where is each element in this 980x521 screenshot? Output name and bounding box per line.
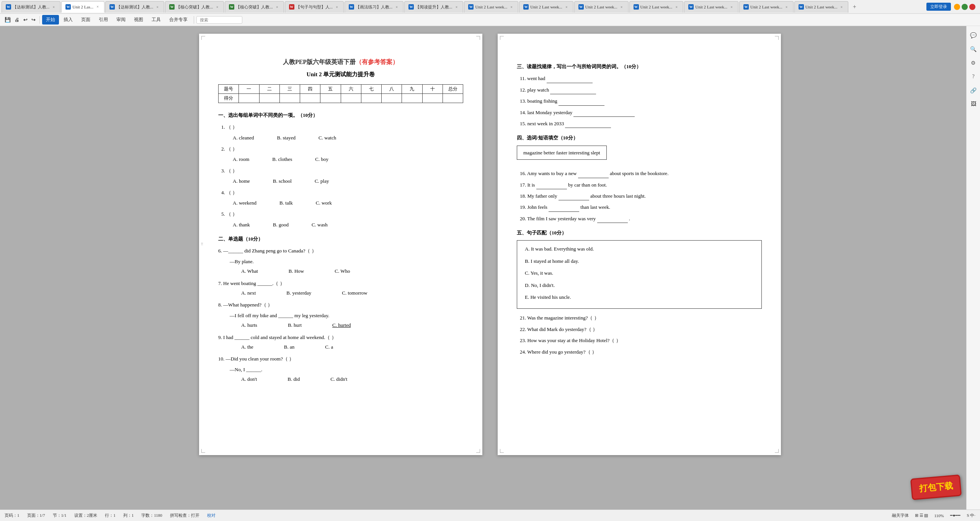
tab-close-3[interactable]: × — [155, 4, 160, 10]
tab-9[interactable]: W Unit 2 Last week... × — [464, 1, 518, 13]
q23-text: 23. How was your stay at the Holiday Hot… — [520, 338, 621, 343]
download-badge[interactable]: 打包下载 — [910, 474, 962, 500]
menu-ref[interactable]: 引用 — [95, 15, 112, 25]
menu-start[interactable]: 开始 — [42, 15, 59, 25]
zoom-slider[interactable]: ━●━━ — [950, 513, 961, 518]
status-font: 融关字体 — [892, 513, 909, 518]
menu-tools[interactable]: 工具 — [148, 15, 165, 25]
tab-close-15[interactable]: × — [839, 4, 844, 10]
tab-8[interactable]: W 【阅读提升】人教... × — [404, 1, 463, 13]
tab-12[interactable]: W Unit 2 Last week... × — [629, 1, 684, 13]
tab-close-1[interactable]: × — [51, 4, 56, 10]
toolbar-print-icon[interactable]: 🖨 — [13, 16, 21, 24]
match-opt-c: C. Yes, it was. — [525, 269, 754, 277]
tab-close-12[interactable]: × — [674, 4, 679, 10]
tab-1[interactable]: W 【达标测试】人教... × — [2, 1, 60, 13]
toolbar-undo-icon[interactable]: ↩ — [22, 16, 29, 24]
tab-close-6[interactable]: × — [334, 4, 340, 10]
q10-b: B. did — [287, 375, 300, 383]
q16-blank — [578, 178, 609, 178]
menu-merge[interactable]: 合并专享 — [165, 15, 191, 25]
menu-insert[interactable]: 插入 — [60, 15, 77, 25]
q4-num: 4. （ ） — [221, 190, 237, 195]
menu-page[interactable]: 页面 — [77, 15, 94, 25]
tab-icon-4: W — [169, 4, 175, 10]
corner-tl-p2 — [500, 36, 504, 40]
tab-15[interactable]: W Unit 2 Last week... × — [794, 1, 849, 13]
tab-11[interactable]: W Unit 2 Last week... × — [574, 1, 629, 13]
q8-c: C. hurted — [332, 321, 351, 329]
q15-text: 15. next week in 2033 — [520, 121, 564, 126]
q17-blank — [536, 189, 567, 189]
tab-13[interactable]: W Unit 2 Last week... × — [684, 1, 738, 13]
tab-close-4[interactable]: × — [214, 4, 220, 10]
tab-6[interactable]: W 【句子与句型】人... × — [285, 1, 344, 13]
page-title-cn: 人教PEP版六年级英语下册（有参考答案） — [218, 57, 463, 68]
tab-close-9[interactable]: × — [509, 4, 514, 10]
q8-sub: —I fell off my bike and ______ my leg ye… — [218, 311, 463, 320]
tab-close-11[interactable]: × — [619, 4, 624, 10]
tab-3[interactable]: W 【达标测试】人教... × — [105, 1, 164, 13]
sidebar-image-icon[interactable]: 🖼 — [968, 99, 979, 110]
tab-7[interactable]: W 【画法练习】人教... × — [345, 1, 403, 13]
tab-label-1: 【达标测试】人教... — [13, 4, 49, 10]
status-col: 列：1 — [123, 513, 134, 518]
tab-close-14[interactable]: × — [784, 4, 789, 10]
tab-close-7[interactable]: × — [394, 4, 399, 10]
tab-close-13[interactable]: × — [729, 4, 734, 10]
q7-c: C. tomorrow — [342, 288, 367, 297]
q5-c: C. wash — [312, 220, 328, 229]
sidebar-link-icon[interactable]: 🔗 — [968, 85, 979, 96]
minimize-button[interactable] — [954, 4, 960, 10]
q1-num: 1. （ ） — [221, 124, 237, 130]
sidebar-comment-icon[interactable]: 💬 — [968, 30, 979, 41]
q8-text: 8. —What happened?（ ） — [218, 300, 463, 309]
word-bank-container: magazine better faster interesting slept — [517, 146, 762, 164]
menu-review[interactable]: 审阅 — [113, 15, 129, 25]
status-section: 节：1/1 — [53, 513, 67, 518]
q5-b: B. good — [273, 220, 289, 229]
toolbar-redo-icon[interactable]: ↪ — [30, 16, 37, 24]
tab-10[interactable]: W Unit 2 Last week... × — [519, 1, 573, 13]
q2-options: A. room B. clothes C. boy — [221, 155, 463, 164]
menu-view[interactable]: 视图 — [130, 15, 147, 25]
q15-blank — [565, 128, 611, 128]
corner-bl — [201, 449, 205, 453]
tab-2[interactable]: W Unit 2 Las... × — [61, 1, 105, 13]
status-proofread[interactable]: 校对 — [207, 513, 216, 518]
q6-text: 6. —______ did Zhang peng go to Canada?（… — [218, 246, 463, 255]
sidebar-search-icon[interactable]: 🔍 — [968, 44, 979, 54]
sidebar-settings-icon[interactable]: ⚙ — [968, 57, 979, 68]
tab-4[interactable]: W 【核心突破】人教... × — [165, 1, 224, 13]
question-17: 17. It is by car than on foot. — [517, 180, 762, 189]
q20-period: . — [629, 216, 630, 221]
drag-handle[interactable]: ⠿ — [201, 241, 203, 248]
corner-br-p2 — [775, 449, 779, 453]
q11-blank — [547, 83, 593, 83]
login-button[interactable]: 立即登录 — [926, 3, 951, 11]
tab-label-14: Unit 2 Last week... — [750, 5, 782, 9]
maximize-button[interactable] — [962, 4, 968, 10]
score-val-5 — [320, 93, 341, 103]
tab-close-8[interactable]: × — [454, 4, 459, 10]
tab-close-10[interactable]: × — [564, 4, 569, 10]
tab-14[interactable]: W Unit 2 Last week... × — [739, 1, 794, 13]
question-20: 20. The film I saw yesterday was very . — [517, 214, 762, 223]
close-button[interactable] — [969, 4, 975, 10]
tab-label-11: Unit 2 Last week... — [585, 5, 617, 9]
tab-5[interactable]: W 【核心突破】人教... × — [225, 1, 284, 13]
section3-header: 三、读题找规律，写出一个与所给词同类的词。（10分） — [517, 62, 762, 71]
q10-text: 10. —Did you clean your room?（ ） — [218, 354, 463, 363]
corner-tl — [201, 36, 205, 40]
search-input[interactable] — [196, 16, 242, 24]
sidebar-help-icon[interactable]: ? — [968, 71, 979, 82]
q6-sub: —By plane. — [218, 257, 463, 266]
tab-label-4: 【核心突破】人教... — [176, 4, 213, 10]
tab-close-2[interactable]: × — [95, 4, 100, 10]
q20-blank — [597, 223, 628, 223]
toolbar-save-icon[interactable]: 💾 — [3, 16, 12, 24]
tab-close-5[interactable]: × — [274, 4, 280, 10]
match-opt-d: D. No, I didn't. — [525, 281, 754, 290]
q9-b: B. an — [284, 342, 294, 351]
new-tab-button[interactable]: + — [849, 2, 860, 12]
